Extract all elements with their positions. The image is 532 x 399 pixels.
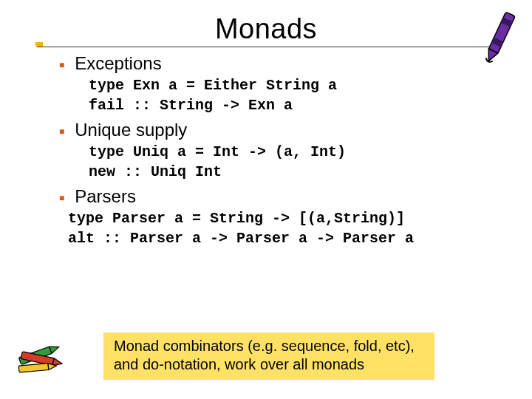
slide: Monads ■ Exceptions type Exn a = Either … — [0, 0, 532, 399]
bullet-heading: Unique supply — [75, 120, 187, 140]
slide-title: Monads — [37, 13, 495, 45]
code-line: type Parser a = String -> [(a,String)] — [68, 208, 495, 228]
svg-rect-8 — [18, 364, 49, 372]
code-block: type Exn a = Either String a fail :: Str… — [89, 75, 495, 115]
bullet-item: ■ Exceptions — [59, 53, 495, 74]
code-line: new :: Uniq Int — [89, 162, 495, 182]
code-line: fail :: String -> Exn a — [89, 95, 495, 115]
content-area: ■ Exceptions type Exn a = Either String … — [59, 53, 495, 248]
code-line: type Uniq a = Int -> (a, Int) — [89, 142, 495, 162]
svg-rect-0 — [488, 12, 515, 53]
crayon-icon — [474, 4, 526, 68]
crayons-icon — [15, 334, 74, 375]
code-line: type Exn a = Either String a — [89, 75, 495, 95]
code-line: alt :: Parser a -> Parser a -> Parser a — [68, 228, 495, 248]
svg-marker-5 — [50, 344, 61, 354]
bullet-marker-icon: ■ — [59, 194, 64, 202]
bullet-heading: Parsers — [75, 186, 136, 207]
bullet-heading: Exceptions — [75, 53, 161, 74]
bullet-item: ■ Unique supply — [59, 120, 495, 140]
title-accent — [35, 42, 43, 47]
bullet-marker-icon: ■ — [59, 61, 64, 69]
code-block: type Parser a = String -> [(a,String)] a… — [68, 208, 495, 248]
code-block: type Uniq a = Int -> (a, Int) new :: Uni… — [89, 142, 495, 182]
title-rule — [37, 47, 495, 47]
bullet-marker-icon: ■ — [59, 127, 64, 136]
note-box: Monad combinators (e.g. sequence, fold, … — [103, 332, 434, 380]
bullet-item: ■ Parsers — [59, 186, 495, 207]
